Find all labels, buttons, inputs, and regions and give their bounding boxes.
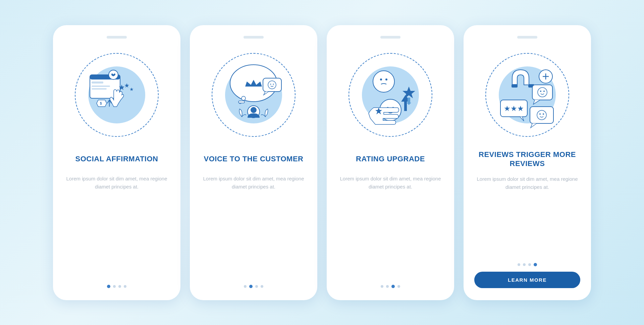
svg-rect-29 [408, 98, 410, 103]
pagination-dots [107, 285, 126, 288]
phone-notch [380, 36, 400, 39]
dot-2 [113, 285, 116, 288]
card-description: Lorem ipsum dolor sit dim amet, mea regi… [201, 175, 307, 277]
card-title: VOICE TO THE CUSTOMER [204, 150, 304, 168]
svg-point-12 [241, 96, 246, 100]
dot-4 [397, 285, 400, 288]
svg-rect-4 [92, 88, 107, 90]
dot-3 [528, 263, 531, 266]
svg-marker-28 [402, 87, 415, 98]
svg-rect-3 [92, 86, 110, 87]
svg-point-23 [385, 78, 387, 80]
svg-text:$: $ [100, 102, 102, 105]
phone-notch [107, 36, 127, 39]
card-social-affirmation: ★ ★ ★ $ SOCIAL AFFIRMATION Lorem ipsum d… [53, 25, 180, 300]
svg-point-37 [538, 88, 547, 97]
card-title: RATING UPGRADE [356, 150, 425, 168]
dot-3 [391, 285, 395, 288]
learn-more-button[interactable]: LEARN MORE [474, 272, 580, 288]
svg-point-16 [270, 84, 271, 85]
dot-3 [118, 285, 121, 288]
phone-notch [517, 36, 537, 39]
svg-point-38 [540, 91, 541, 92]
svg-rect-27 [404, 101, 407, 111]
svg-rect-31 [512, 84, 518, 88]
svg-text:★★★: ★★★ [504, 104, 524, 113]
svg-rect-2 [92, 82, 103, 84]
svg-point-21 [373, 71, 394, 92]
dot-3 [255, 285, 258, 288]
svg-text:★: ★ [129, 87, 134, 92]
page-container: ★ ★ ★ $ SOCIAL AFFIRMATION Lorem ipsum d… [53, 25, 591, 300]
dot-2 [523, 263, 526, 266]
svg-text:★: ★ [124, 82, 129, 89]
dot-1 [107, 285, 110, 288]
card-description: Lorem ipsum dolor sit dim amet, mea regi… [337, 175, 443, 277]
card-rating-upgrade: RATING UPGRADE Lorem ipsum dolor sit dim… [327, 25, 454, 300]
dot-4 [534, 263, 537, 266]
svg-point-22 [380, 78, 382, 80]
card-description: Lorem ipsum dolor sit dim amet, mea regi… [64, 175, 170, 277]
card-title: REVIEWS TRIGGER MORE REVIEWS [474, 150, 580, 168]
svg-point-15 [268, 81, 276, 89]
card-title: SOCIAL AFFIRMATION [75, 150, 158, 168]
illustration-social-affirmation: ★ ★ ★ $ [70, 48, 164, 142]
pagination-dots [381, 285, 400, 288]
dot-2 [249, 285, 253, 288]
svg-point-39 [543, 91, 545, 92]
pagination-dots [518, 263, 537, 266]
dot-1 [244, 285, 247, 288]
svg-rect-18 [238, 101, 245, 103]
card-reviews-trigger: ★★★ REVIEWS TRIGGER MORE REVIEWS Lorem i… [464, 25, 591, 300]
pagination-dots [244, 285, 263, 288]
dot-1 [381, 285, 383, 288]
svg-point-20 [251, 107, 257, 113]
illustration-voice-customer [207, 48, 301, 142]
card-description: Lorem ipsum dolor sit dim amet, mea regi… [474, 175, 580, 255]
svg-point-44 [539, 113, 541, 115]
dot-1 [518, 263, 520, 266]
dot-4 [124, 285, 126, 288]
illustration-reviews-trigger: ★★★ [480, 48, 574, 142]
card-voice-customer: VOICE TO THE CUSTOMER Lorem ipsum dolor … [190, 25, 317, 300]
illustration-rating-upgrade [343, 48, 437, 142]
svg-point-45 [543, 113, 544, 115]
svg-point-17 [273, 84, 274, 85]
svg-point-43 [537, 110, 546, 120]
phone-notch [244, 36, 264, 39]
dot-2 [386, 285, 389, 288]
dot-4 [261, 285, 263, 288]
